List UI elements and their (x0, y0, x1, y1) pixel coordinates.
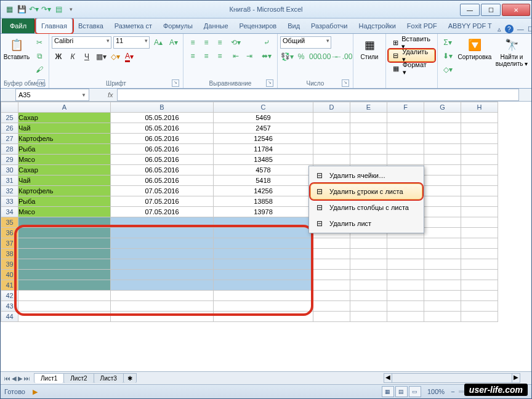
cell-A27[interactable]: Картофель (18, 134, 111, 144)
cell-B29[interactable]: 06.05.2016 (111, 155, 214, 165)
cell-H41[interactable] (461, 280, 498, 291)
cell-H36[interactable] (461, 228, 498, 238)
row-header-26[interactable]: 26 (1, 123, 18, 134)
close-button[interactable]: ✕ (502, 4, 530, 16)
zoom-level[interactable]: 100% (427, 388, 445, 395)
cell-H38[interactable] (461, 249, 498, 259)
cell-E25[interactable] (350, 113, 387, 123)
cell-G34[interactable] (424, 207, 461, 217)
cell-C40[interactable] (214, 270, 313, 280)
dialog-launcher-icon[interactable]: ↘ (172, 79, 179, 87)
cell-D29[interactable] (313, 155, 350, 165)
cell-B42[interactable] (111, 291, 214, 301)
qat-more-icon[interactable]: ▾ (66, 4, 76, 14)
tab-layout[interactable]: Разметка ст (109, 18, 158, 33)
cell-D39[interactable] (313, 259, 350, 270)
increase-font-icon[interactable]: A▴ (151, 36, 165, 49)
cell-A36[interactable] (18, 228, 111, 238)
cell-C38[interactable] (214, 249, 313, 259)
cell-C30[interactable]: 4578 (214, 165, 313, 175)
tab-formulas[interactable]: Формулы (158, 18, 198, 33)
cell-G41[interactable] (424, 280, 461, 291)
cell-F25[interactable] (387, 113, 424, 123)
align-bot-icon[interactable]: ≡ (213, 36, 227, 49)
cell-A25[interactable]: Сахар (18, 113, 111, 123)
wrap-text-icon[interactable]: ⤶ (259, 36, 275, 49)
next-sheet-icon[interactable]: ▶ (18, 375, 23, 382)
cell-H30[interactable] (461, 165, 498, 175)
tab-foxit[interactable]: Foxit PDF (401, 18, 443, 33)
cell-F37[interactable] (387, 238, 424, 249)
row-header-43[interactable]: 43 (1, 301, 18, 312)
copy-icon[interactable]: ⧉ (33, 50, 46, 62)
styles-button[interactable]: ▦Стили (356, 35, 383, 60)
cell-A34[interactable]: Мясо (18, 207, 111, 217)
cell-C29[interactable]: 13485 (214, 155, 313, 165)
cell-H40[interactable] (461, 270, 498, 280)
save-icon[interactable]: 💾 (17, 4, 26, 14)
cell-C32[interactable]: 14256 (214, 186, 313, 196)
format-painter-icon[interactable]: 🖌 (33, 63, 46, 76)
ribbon-min-icon[interactable]: ▵ (498, 25, 501, 33)
cell-B40[interactable] (111, 270, 214, 280)
cell-C34[interactable]: 13978 (214, 207, 313, 217)
menu-delete-cols[interactable]: ⊟Удалить столбцы с листа (310, 200, 422, 216)
cell-A29[interactable]: Мясо (18, 155, 111, 165)
font-name-combo[interactable]: Calibri (52, 36, 111, 49)
cell-B39[interactable] (111, 259, 214, 270)
autosum-icon[interactable]: Σ▾ (440, 36, 455, 49)
cell-G39[interactable] (424, 259, 461, 270)
cell-G31[interactable] (424, 175, 461, 186)
cell-E40[interactable] (350, 270, 387, 280)
cell-D42[interactable] (313, 291, 350, 301)
cell-B30[interactable]: 06.05.2016 (111, 165, 214, 175)
row-header-32[interactable]: 32 (1, 186, 18, 196)
cut-icon[interactable]: ✂ (33, 36, 46, 49)
cell-A32[interactable]: Картофель (18, 186, 111, 196)
italic-button[interactable]: К (66, 50, 79, 63)
cell-D27[interactable] (313, 134, 350, 144)
sheet-tab-2[interactable]: Лист2 (63, 373, 94, 383)
dialog-launcher-icon[interactable]: ↘ (38, 79, 45, 87)
merge-icon[interactable]: ⬌▾ (259, 50, 275, 62)
cell-A37[interactable] (18, 238, 111, 249)
select-all-corner[interactable] (1, 102, 18, 113)
cell-B27[interactable]: 06.05.2016 (111, 134, 214, 144)
row-header-44[interactable]: 44 (1, 312, 18, 322)
tab-dev[interactable]: Разработчи (305, 18, 353, 33)
cell-E29[interactable] (350, 155, 387, 165)
cell-G30[interactable] (424, 165, 461, 175)
cell-E26[interactable] (350, 123, 387, 134)
delete-cells-button[interactable]: ⊟Удалить ▾ (389, 49, 435, 62)
cell-H32[interactable] (461, 186, 498, 196)
tab-file[interactable]: Файл (2, 18, 34, 33)
prev-sheet-icon[interactable]: ◀ (12, 375, 17, 382)
col-header-C[interactable]: C (214, 102, 313, 113)
cell-G35[interactable] (424, 217, 461, 228)
cell-H44[interactable] (461, 312, 498, 322)
font-color-icon[interactable]: A▾ (123, 50, 136, 63)
cell-C36[interactable] (214, 228, 313, 238)
view-layout-icon[interactable]: ▤ (395, 386, 408, 397)
row-header-29[interactable]: 29 (1, 155, 18, 165)
undo-icon[interactable]: ↶▾ (29, 4, 39, 14)
decrease-font-icon[interactable]: A▾ (167, 36, 180, 49)
cell-A26[interactable]: Чай (18, 123, 111, 134)
align-mid-icon[interactable]: ≡ (200, 36, 213, 49)
dialog-launcher-icon[interactable]: ↘ (266, 79, 273, 87)
last-sheet-icon[interactable]: ⏭ (24, 375, 30, 382)
cell-B34[interactable]: 07.05.2016 (111, 207, 214, 217)
view-normal-icon[interactable]: ▦ (382, 386, 394, 397)
menu-delete-rows[interactable]: ⊟Удалить строки с листа (310, 183, 422, 200)
help-icon[interactable]: ? (505, 25, 514, 33)
col-header-H[interactable]: H (461, 102, 498, 113)
tab-view[interactable]: Вид (282, 18, 305, 33)
cell-C41[interactable] (214, 280, 313, 291)
currency-icon[interactable]: 💱▾ (280, 50, 294, 63)
cell-D26[interactable] (313, 123, 350, 134)
cell-E39[interactable] (350, 259, 387, 270)
sheet-tab-1[interactable]: Лист1 (34, 373, 64, 383)
cell-H43[interactable] (461, 301, 498, 312)
row-header-30[interactable]: 30 (1, 165, 18, 175)
underline-button[interactable]: Ч (80, 50, 94, 63)
